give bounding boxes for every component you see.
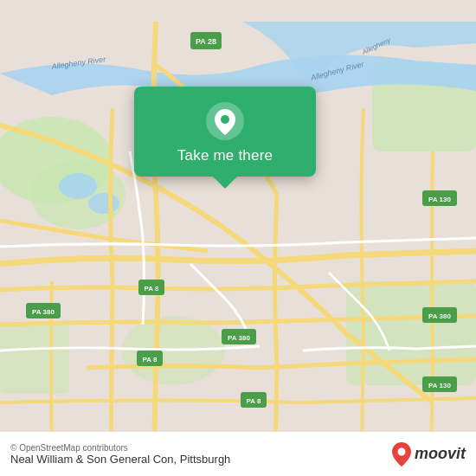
bottom-bar: © OpenStreetMap contributors Neal Willia… xyxy=(0,431,476,476)
location-name: Neal William & Son General Con, Pittsbur… xyxy=(10,453,230,466)
svg-text:PA 380: PA 380 xyxy=(228,334,250,342)
location-popup[interactable]: Take me there xyxy=(134,87,316,177)
moovit-brand-name: moovit xyxy=(415,445,466,463)
map-container: PA 28 PA 8 PA 8 PA 8 PA 380 PA 380 PA 38… xyxy=(0,0,476,476)
svg-point-7 xyxy=(59,173,97,199)
svg-text:PA 130: PA 130 xyxy=(428,196,451,203)
svg-point-32 xyxy=(221,115,229,124)
moovit-logo: moovit xyxy=(392,442,466,466)
svg-point-8 xyxy=(88,193,119,214)
attribution-text: © OpenStreetMap contributors xyxy=(10,443,230,453)
svg-point-33 xyxy=(397,447,405,455)
svg-rect-6 xyxy=(0,325,69,394)
svg-text:PA 8: PA 8 xyxy=(143,356,158,363)
moovit-pin-icon xyxy=(392,442,411,466)
map-background: PA 28 PA 8 PA 8 PA 8 PA 380 PA 380 PA 38… xyxy=(0,0,476,476)
bottom-left-info: © OpenStreetMap contributors Neal Willia… xyxy=(10,443,230,466)
svg-text:PA 8: PA 8 xyxy=(145,285,159,293)
svg-text:PA 8: PA 8 xyxy=(247,397,261,405)
take-me-there-button[interactable]: Take me there xyxy=(177,147,273,164)
svg-rect-4 xyxy=(346,281,476,385)
svg-text:PA 28: PA 28 xyxy=(196,37,216,46)
svg-text:PA 380: PA 380 xyxy=(428,312,451,320)
svg-text:PA 380: PA 380 xyxy=(32,308,55,316)
svg-text:PA 130: PA 130 xyxy=(428,382,451,389)
location-pin-icon xyxy=(206,102,244,140)
